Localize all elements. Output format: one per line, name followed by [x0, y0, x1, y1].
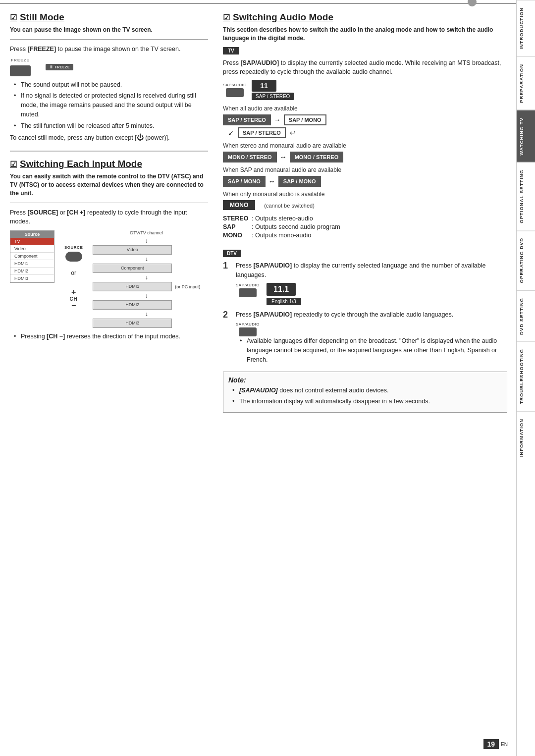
checkbox-icon-3: ☑: [223, 13, 230, 22]
checkbox-icon-2: ☑: [10, 160, 17, 169]
source-menu-video: Video: [10, 245, 54, 253]
note-bullet-2: The information display will automatical…: [232, 397, 502, 406]
page-number: 19: [483, 739, 499, 749]
switching-input-divider: [10, 203, 208, 203]
step2-sap-btn-group: SAP/AUDIO: [236, 322, 260, 336]
or-pc-label: (or PC input): [175, 284, 200, 289]
ch-buttons-area: Source TV Video Component HDMI1 HDMI2 HD…: [10, 230, 208, 328]
still-mode-divider: [10, 39, 208, 40]
arrow-curve: ↩: [290, 129, 296, 137]
mono-only-area: MONO (cannot be switched): [223, 200, 507, 211]
diagram1: SAP / STEREO → SAP / MONO: [223, 114, 507, 125]
when-sap: When SAP and monaural audio are availabl…: [223, 165, 507, 174]
step1-sap-btn-group: SAP/AUDIO: [236, 283, 260, 297]
display-sap-stereo: SAP / STEREO: [252, 93, 294, 100]
down-arrow-3: ↓: [93, 274, 200, 281]
dtv-flow: Video: [93, 245, 172, 255]
step-1: 1 Press [SAP/AUDIO] to display the curre…: [223, 261, 507, 305]
sap-label: SAP/AUDIO: [223, 83, 247, 87]
source-ch-buttons: SOURCE or + CH −: [64, 245, 83, 310]
sidebar-item-optional-setting[interactable]: OPTIONAL SETTING: [517, 162, 535, 230]
step2-sap-label: SAP/AUDIO: [236, 322, 260, 326]
tv-badge: TV: [223, 47, 239, 54]
diagram3: SAP / MONO ↔ SAP / MONO: [223, 176, 507, 187]
switching-input-body: Press [SOURCE] or [CH +] repeatedly to c…: [10, 208, 208, 227]
input-bullet-1: Pressing [CH −] reverses the direction o…: [14, 332, 208, 341]
step-2-bullets: Available languages differ depending on …: [236, 336, 507, 364]
or-text: or: [71, 270, 76, 276]
still-mode-body: Press [FREEZE] to pause the image shown …: [10, 45, 208, 54]
dtv-flow-area: DTV/TV channel ↓ Video ↓ Component ↓: [93, 230, 200, 328]
step1-display-col: 11.1 English 1/3: [267, 283, 301, 305]
dtv-flow-title: DTV/TV channel: [93, 230, 200, 235]
display-11: 11: [252, 80, 276, 92]
def-mono-desc: : Outputs mono-audio: [252, 232, 507, 239]
cannot-switch: (cannot be switched): [264, 203, 315, 209]
note-bullets: [SAP/AUDIO] does not control external au…: [228, 386, 502, 407]
sidebar-item-troubleshooting[interactable]: TROUBLESHOOTING: [517, 341, 535, 411]
still-mode-title: ☑ Still Mode: [10, 12, 208, 23]
mono-box: MONO: [223, 200, 255, 210]
def-stereo-desc: : Outputs stereo-audio: [252, 215, 507, 222]
step-2-display-area: SAP/AUDIO: [236, 322, 507, 336]
page-number-area: 19 EN: [483, 739, 508, 749]
source-btn-shape: [65, 252, 82, 262]
sidebar-item-preparation[interactable]: PREPARATION: [517, 56, 535, 110]
def-stereo: STEREO : Outputs stereo-audio: [223, 215, 507, 222]
tv-body: Press [SAP/AUDIO] to display the current…: [223, 58, 507, 77]
freeze-remote-btn: ⏸ FREEZE: [46, 64, 73, 70]
when-only-mono: When only monaural audio is available: [223, 190, 507, 199]
arrow-lr-2: ↔: [268, 177, 275, 185]
source-menu-hdmi2: HDMI2: [10, 268, 54, 275]
step-2-bullet-1: Available languages differ depending on …: [240, 336, 507, 364]
step-1-num: 1: [223, 261, 232, 270]
sidebar-item-watching-tv[interactable]: WATCHING TV: [517, 110, 535, 162]
def-mono-term: MONO: [223, 232, 248, 239]
audio-divider: [223, 244, 507, 244]
down-arrow-4: ↓: [93, 292, 200, 299]
bullet-1: The sound output will not be paused.: [14, 80, 208, 90]
def-stereo-term: STEREO: [223, 215, 248, 222]
step-1-display-area: SAP/AUDIO 11.1 English 1/3: [236, 283, 507, 305]
bullet-3: The still function will be released afte…: [14, 121, 208, 131]
display-11-1: 11.1: [267, 283, 296, 296]
source-menu-title: Source: [10, 231, 54, 238]
sap-area-tv: SAP/AUDIO 11 SAP / STEREO: [223, 80, 507, 100]
ch-btn-group: + CH −: [69, 288, 77, 310]
arrow-down-left: ↙: [228, 129, 234, 137]
sidebar: INTRODUCTION PREPARATION WATCHING TV OPT…: [516, 0, 535, 756]
sap-mono-box-d3-2: SAP / MONO: [278, 176, 321, 187]
note-bullet-1: [SAP/AUDIO] does not control external au…: [232, 386, 502, 395]
sap-btn-group: SAP/AUDIO: [223, 83, 247, 97]
sidebar-item-introduction[interactable]: INTRODUCTION: [517, 0, 535, 56]
freeze-buttons-illustration: FREEZE ⏸ FREEZE: [10, 58, 208, 76]
main-content: ☑ Still Mode You can pause the image sho…: [0, 3, 516, 756]
diagram2: MONO / STEREO ↔ MONO / STEREO: [223, 152, 507, 162]
input-mode-bullets: Pressing [CH −] reverses the direction o…: [10, 332, 208, 341]
note-box: Note: [SAP/AUDIO] does not control exter…: [223, 372, 507, 413]
sap-mono-box-1: SAP / MONO: [284, 114, 326, 125]
tv-display-group: 11 SAP / STEREO: [252, 80, 294, 100]
step-2-num: 2: [223, 310, 232, 319]
right-column: ☑ Switching Audio Mode This section desc…: [223, 12, 507, 413]
sidebar-item-operating-dvd[interactable]: OPERATING DVD: [517, 230, 535, 290]
sidebar-item-information[interactable]: INFORMATION: [517, 411, 535, 464]
section-separator: [10, 151, 208, 152]
mono-stereo-box-1: MONO / STEREO: [223, 152, 277, 162]
source-menu-tv: TV: [10, 238, 54, 245]
step1-sap-label: SAP/AUDIO: [236, 283, 260, 287]
step-2-content: Press [SAP/AUDIO] repeatedly to cycle th…: [236, 310, 507, 367]
when-stereo: When stereo and monaural audio are avail…: [223, 141, 507, 150]
source-menu: Source TV Video Component HDMI1 HDMI2 HD…: [10, 230, 54, 283]
dtv-flow-hdmi3: HDMI3: [93, 319, 172, 328]
dtv-flow-hdmi2: HDMI2: [93, 300, 172, 310]
switching-input-title: ☑ Switching Each Input Mode: [10, 159, 208, 169]
dtv-flow-hdmi1: HDMI1: [93, 282, 172, 291]
source-menu-hdmi1: HDMI1: [10, 260, 54, 268]
source-menu-component: Component: [10, 253, 54, 260]
source-menu-hdmi3: HDMI3: [10, 275, 54, 282]
ch-plus: +: [71, 288, 76, 296]
sidebar-item-dvd-setting[interactable]: DVD SETTING: [517, 290, 535, 342]
mono-stereo-box-2: MONO / STEREO: [290, 152, 344, 162]
dtv-badge: DTV: [223, 250, 241, 257]
